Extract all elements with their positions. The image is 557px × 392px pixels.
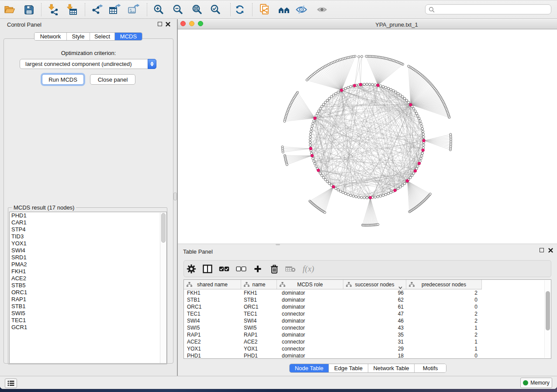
create-column-icon[interactable]: [252, 263, 264, 275]
window-close-button[interactable]: [180, 21, 186, 26]
import-table-icon[interactable]: [65, 3, 78, 16]
export-network-icon[interactable]: [90, 3, 104, 16]
tab-select[interactable]: Select: [90, 33, 115, 40]
column-header-successor-nodes[interactable]: successor nodes: [343, 280, 406, 289]
cell-mcds-role: dominator: [277, 352, 343, 359]
vertical-splitter-handle[interactable]: [173, 193, 177, 200]
table-row[interactable]: ACE2ACE2connector311: [184, 338, 545, 345]
mcds-result-item[interactable]: RAP1: [10, 296, 166, 303]
cell-mcds-role: dominator: [277, 296, 343, 303]
column-header-predecessor-nodes[interactable]: predecessor nodes: [406, 280, 482, 289]
column-header-MCDS-role[interactable]: MCDS role: [277, 280, 343, 289]
zoom-selected-icon[interactable]: [209, 3, 222, 16]
mcds-result-item[interactable]: PMA2: [10, 261, 166, 268]
mcds-result-item[interactable]: SRD1: [10, 254, 166, 261]
cell-successor-nodes: 31: [343, 338, 406, 345]
table-scrollbar-thumb[interactable]: [546, 291, 550, 330]
unselect-all-columns-icon[interactable]: [235, 263, 247, 275]
horizontal-splitter-handle[interactable]: [276, 244, 280, 245]
search-box[interactable]: [425, 4, 551, 14]
export-table-icon[interactable]: [108, 3, 121, 16]
zoom-fit-icon[interactable]: [190, 3, 204, 16]
mcds-tab-content: Optimization criterion: largest connecte…: [3, 38, 173, 364]
zoom-in-icon[interactable]: [152, 3, 165, 16]
table-row[interactable]: PHD1PHD1dominator180: [184, 352, 545, 359]
save-session-icon[interactable]: [22, 3, 35, 16]
mcds-result-item[interactable]: STB1: [10, 303, 166, 310]
table-row[interactable]: STB1STB1dominator620: [184, 296, 545, 303]
close-panel-button[interactable]: Close panel: [90, 74, 135, 85]
table-row[interactable]: FKH1FKH1dominator962: [184, 289, 545, 296]
mcds-result-list[interactable]: PHD1CAR1STP4TID3YOX1SWI4SRD1PMA2FKH1ACE2…: [9, 212, 167, 364]
mcds-result-item[interactable]: STP4: [10, 226, 166, 233]
import-network-icon[interactable]: [47, 3, 60, 16]
float-table-panel-icon[interactable]: [540, 248, 544, 252]
export-image-icon[interactable]: [127, 3, 140, 16]
mcds-result-item[interactable]: TID3: [10, 233, 166, 240]
zoom-out-icon[interactable]: [171, 3, 184, 16]
tab-node-table[interactable]: Node Table: [290, 364, 329, 372]
mcds-result-item[interactable]: SWI4: [10, 247, 166, 254]
column-header-shared-name[interactable]: shared name: [184, 280, 241, 289]
float-panel-icon[interactable]: [158, 22, 162, 26]
select-all-columns-icon[interactable]: [218, 263, 230, 275]
show-all-icon[interactable]: [315, 3, 329, 16]
tab-edge-table[interactable]: Edge Table: [329, 364, 368, 372]
network-canvas[interactable]: [178, 30, 557, 244]
toolbar-separator: [41, 3, 42, 16]
mcds-result-item[interactable]: CAR1: [10, 219, 166, 226]
close-table-panel-icon[interactable]: [548, 248, 553, 253]
show-panels-button[interactable]: [5, 378, 17, 388]
run-mcds-button[interactable]: Run MCDS: [42, 74, 84, 85]
result-list-scrollbar[interactable]: [160, 213, 166, 364]
mcds-result-item[interactable]: GCR1: [10, 324, 166, 331]
window-minimize-button[interactable]: [189, 21, 194, 26]
mcds-result-item[interactable]: ORC1: [10, 289, 166, 296]
window-maximize-button[interactable]: [198, 21, 203, 26]
toolbar-separator: [230, 3, 231, 16]
tab-network[interactable]: Network: [35, 33, 67, 40]
table-row[interactable]: TEC1TEC1connector472: [184, 310, 545, 317]
table-panel-tabs: Node TableEdge TableNetwork TableMotifs: [289, 364, 446, 373]
delete-column-icon[interactable]: [268, 263, 280, 275]
dropdown-stepper-icon: [148, 59, 156, 69]
mcds-result-item[interactable]: STB5: [10, 282, 166, 289]
mcds-result-item[interactable]: FKH1: [10, 268, 166, 275]
close-panel-icon[interactable]: [166, 22, 170, 27]
mcds-result-item[interactable]: PHD1: [10, 212, 166, 219]
table-row[interactable]: SWI4SWI4dominator462: [184, 317, 545, 324]
clone-network-icon[interactable]: [258, 3, 271, 16]
cell-predecessor-nodes: 2: [406, 310, 482, 317]
result-list-scrollbar-thumb[interactable]: [161, 213, 166, 243]
mcds-result-item[interactable]: SWI5: [10, 310, 166, 317]
table-row[interactable]: YOX1YOX1connector291: [184, 345, 545, 352]
table-row[interactable]: ORC1ORC1dominator610: [184, 303, 545, 310]
cell-predecessor-nodes: 2: [406, 317, 482, 324]
memory-button[interactable]: Memory: [520, 378, 552, 388]
tab-network-table[interactable]: Network Table: [368, 364, 415, 372]
overview-icon[interactable]: [278, 3, 291, 16]
tab-style[interactable]: Style: [67, 33, 90, 40]
cell-shared-name: PHD1: [184, 352, 241, 359]
search-input[interactable]: [435, 6, 551, 14]
criterion-dropdown[interactable]: largest connected component (undirected): [20, 59, 156, 69]
tab-mcds[interactable]: MCDS: [115, 33, 142, 40]
table-row[interactable]: SWI5SWI5connector431: [184, 324, 545, 331]
cell-mcds-role: connector: [277, 338, 343, 345]
mcds-result-item[interactable]: YOX1: [10, 240, 166, 247]
hide-selected-icon[interactable]: [295, 3, 308, 16]
mcds-result-item[interactable]: TEC1: [10, 317, 166, 324]
mcds-result-item[interactable]: ACE2: [10, 275, 166, 282]
network-window-titlebar[interactable]: YPA_prune.txt_1: [178, 19, 557, 29]
table-row[interactable]: RAP1RAP1dominator352: [184, 331, 545, 338]
search-icon: [429, 7, 435, 13]
panels-list-icon: [7, 380, 14, 386]
tab-motifs[interactable]: Motifs: [415, 364, 446, 372]
open-file-icon[interactable]: [3, 3, 16, 16]
refresh-layout-icon[interactable]: [233, 3, 246, 16]
table-settings-gear-icon[interactable]: [185, 263, 197, 275]
table-scrollbar[interactable]: [544, 280, 550, 358]
cell-shared-name: SWI4: [184, 317, 241, 324]
show-column-icon[interactable]: [201, 263, 214, 275]
column-header-name[interactable]: name: [241, 280, 277, 289]
